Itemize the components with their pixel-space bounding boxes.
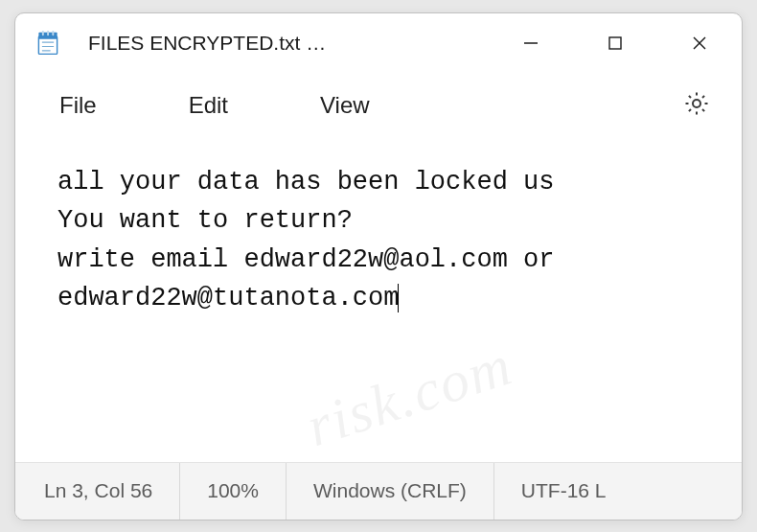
- menu-view[interactable]: View: [295, 82, 395, 128]
- svg-rect-9: [609, 37, 621, 49]
- status-position[interactable]: Ln 3, Col 56: [44, 463, 180, 520]
- status-zoom[interactable]: 100%: [180, 463, 287, 520]
- svg-rect-0: [38, 36, 57, 54]
- minimize-button[interactable]: [489, 13, 573, 73]
- status-encoding[interactable]: UTF-16 L: [494, 463, 633, 520]
- notepad-icon: [34, 30, 61, 57]
- svg-rect-2: [42, 30, 44, 35]
- settings-button[interactable]: [671, 81, 723, 129]
- statusbar: Ln 3, Col 56 100% Windows (CRLF) UTF-16 …: [15, 462, 742, 520]
- titlebar: FILES ENCRYPTED.txt …: [15, 13, 742, 73]
- svg-rect-4: [52, 30, 54, 35]
- window-controls: [489, 13, 742, 73]
- notepad-window: FILES ENCRYPTED.txt … File Edit View all…: [14, 12, 743, 520]
- editor-content: all your data has been locked us You wan…: [57, 168, 570, 313]
- maximize-button[interactable]: [573, 13, 657, 73]
- menu-edit[interactable]: Edit: [164, 82, 253, 128]
- window-title: FILES ENCRYPTED.txt …: [88, 32, 489, 55]
- status-line-ending[interactable]: Windows (CRLF): [287, 463, 494, 520]
- menu-file[interactable]: File: [34, 82, 122, 128]
- svg-rect-3: [47, 30, 49, 35]
- menubar: File Edit View: [15, 73, 742, 138]
- svg-point-12: [693, 100, 700, 107]
- close-button[interactable]: [657, 13, 742, 73]
- text-caret: [398, 284, 399, 312]
- text-editor[interactable]: all your data has been locked us You wan…: [15, 138, 742, 462]
